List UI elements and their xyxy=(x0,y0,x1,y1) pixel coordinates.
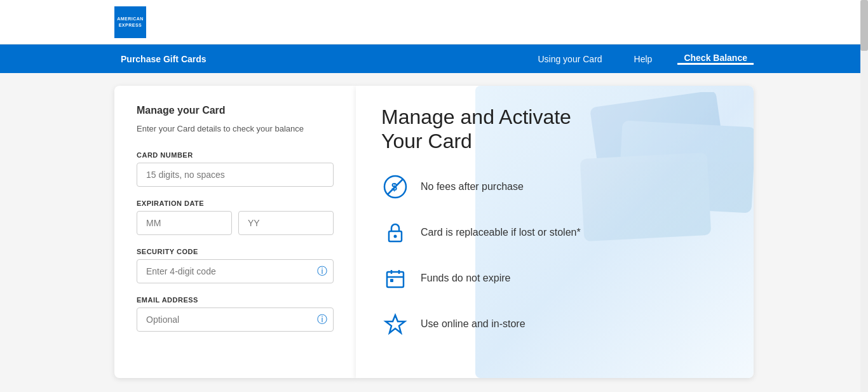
form-panel: Manage your Card Enter your Card details… xyxy=(114,86,356,378)
header: AMERICAN EXPRESS xyxy=(0,0,868,44)
security-help-icon[interactable]: ⓘ xyxy=(317,264,327,278)
calendar-icon xyxy=(381,264,409,292)
nav-help[interactable]: Help xyxy=(628,53,659,65)
card-number-group: CARD NUMBER xyxy=(137,151,334,187)
info-panel: Manage and Activate Your Card $ No fees … xyxy=(356,86,754,378)
no-fee-icon: $ xyxy=(381,173,409,201)
nav-left: Purchase Gift Cards xyxy=(114,53,531,65)
lock-icon xyxy=(381,219,409,247)
security-code-label: SECURITY CODE xyxy=(137,248,334,255)
svg-rect-5 xyxy=(387,272,403,287)
card-number-label: CARD NUMBER xyxy=(137,151,334,159)
expiry-year-input[interactable] xyxy=(238,211,334,235)
online-store-text: Use online and in-store xyxy=(421,318,526,330)
feature-online-store: Use online and in-store xyxy=(381,310,728,338)
amex-logo: AMERICAN EXPRESS xyxy=(114,6,146,38)
security-code-input[interactable] xyxy=(137,259,334,283)
form-subtitle: Enter your Card details to check your ba… xyxy=(137,123,334,135)
email-help-icon[interactable]: ⓘ xyxy=(317,313,327,326)
svg-marker-10 xyxy=(386,315,405,333)
nav-purchase-gift-cards[interactable]: Purchase Gift Cards xyxy=(114,54,213,64)
security-code-group: SECURITY CODE ⓘ xyxy=(137,248,334,283)
no-expiry-text: Funds do not expire xyxy=(421,273,510,284)
email-wrapper: ⓘ xyxy=(137,308,334,332)
replaceable-text: Card is replaceable if lost or stolen* xyxy=(421,227,581,238)
svg-point-4 xyxy=(394,234,397,238)
feature-list: $ No fees after purchase Card is replace… xyxy=(381,173,728,338)
security-code-wrapper: ⓘ xyxy=(137,259,334,283)
scrollbar-track[interactable] xyxy=(860,0,868,391)
email-group: EMAIL ADDRESS ⓘ xyxy=(137,296,334,332)
svg-rect-9 xyxy=(390,279,393,282)
main-content: Manage your Card Enter your Card details… xyxy=(0,73,868,391)
email-input[interactable] xyxy=(137,308,334,332)
expiration-group: EXPIRATION DATE xyxy=(137,199,334,235)
expiry-month-input[interactable] xyxy=(137,211,232,235)
nav-right: Using your Card Help Check Balance xyxy=(531,53,754,65)
expiration-label: EXPIRATION DATE xyxy=(137,199,334,207)
card-number-input[interactable] xyxy=(137,163,334,187)
nav-check-balance[interactable]: Check Balance xyxy=(677,53,754,65)
navigation: Purchase Gift Cards Using your Card Help… xyxy=(0,44,868,73)
feature-no-expiry: Funds do not expire xyxy=(381,264,728,292)
form-title: Manage your Card xyxy=(137,105,334,116)
star-icon xyxy=(381,310,409,338)
feature-no-fees: $ No fees after purchase xyxy=(381,173,728,201)
feature-replaceable: Card is replaceable if lost or stolen* xyxy=(381,219,728,247)
email-label: EMAIL ADDRESS xyxy=(137,296,334,304)
info-title: Manage and Activate Your Card xyxy=(381,105,728,154)
nav-using-your-card[interactable]: Using your Card xyxy=(531,53,608,65)
no-fees-text: No fees after purchase xyxy=(421,181,524,193)
scrollbar-thumb[interactable] xyxy=(860,0,868,51)
expiry-row xyxy=(137,211,334,235)
